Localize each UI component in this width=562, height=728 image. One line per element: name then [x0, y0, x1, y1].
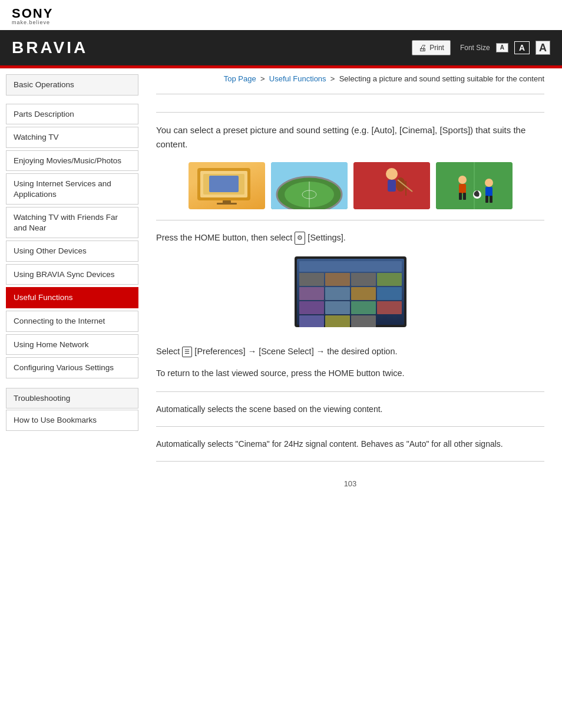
intro-text: You can select a preset picture and soun… [156, 123, 544, 151]
svg-rect-26 [485, 187, 492, 196]
soccer-image [436, 162, 513, 209]
svg-point-20 [458, 176, 467, 184]
sidebar-item-parts-description[interactable]: Parts Description [6, 104, 138, 125]
step1-text: Press the HOME button, then select ⚙ [Se… [156, 231, 544, 245]
sidebar-item-configuring-settings[interactable]: Configuring Various Settings [6, 357, 138, 378]
svg-rect-23 [463, 193, 466, 200]
svg-point-13 [386, 168, 398, 180]
sidebar-item-using-internet[interactable]: Using Internet Services and Applications [6, 173, 138, 205]
step3-text: To return to the last viewed source, pre… [156, 367, 544, 380]
auto-section: Automatically selects the scene based on… [156, 403, 544, 416]
stadium-image [271, 162, 348, 209]
settings-icon: ⚙ [295, 232, 305, 245]
sidebar-item-basic-operations[interactable]: Basic Operations [6, 74, 138, 95]
sidebar-item-useful-functions[interactable]: Useful Functions [6, 287, 138, 308]
divider-6 [156, 461, 544, 462]
svg-rect-22 [459, 193, 462, 200]
svg-rect-27 [485, 196, 488, 203]
breadcrumb-current: Selecting a picture and sound setting su… [339, 74, 544, 83]
sidebar-item-enjoying-movies[interactable]: Enjoying Movies/Music/Photos [6, 150, 138, 172]
preferences-icon: ☰ [182, 347, 192, 357]
svg-rect-14 [388, 180, 396, 192]
divider-2 [156, 112, 544, 113]
sidebar-item-watching-tv-friends[interactable]: Watching TV with Friends Far and Near [6, 207, 138, 238]
toolbar-right: 🖨 Print Font Size A A A [412, 40, 550, 55]
bravia-title: BRAVIA [12, 38, 412, 57]
svg-rect-16 [405, 181, 406, 196]
svg-point-25 [485, 179, 493, 187]
sidebar: Basic Operations Parts Description Watch… [0, 68, 144, 439]
sidebar-item-using-other-devices[interactable]: Using Other Devices [6, 241, 138, 262]
font-size-label: Font Size [460, 44, 490, 52]
svg-rect-28 [490, 196, 492, 203]
page-number: 103 [156, 479, 544, 500]
auto-desc: Automatically selects the scene based on… [156, 404, 382, 414]
cinema-image [189, 162, 265, 209]
cinema-desc: Automatically selects "Cinema" for 24Hz … [156, 439, 503, 449]
top-header: SONY make.believe [0, 0, 562, 30]
svg-rect-3 [209, 176, 239, 192]
main-content: Top Page > Useful Functions > Selecting … [144, 68, 562, 518]
divider-1 [156, 94, 544, 94]
sony-text: SONY [12, 7, 550, 20]
sony-logo: SONY make.believe [12, 7, 550, 25]
sidebar-item-connecting-internet[interactable]: Connecting to the Internet [6, 311, 138, 332]
divider-4 [156, 391, 544, 392]
images-grid [156, 162, 544, 209]
step2-text: Select ☰ [Preferences] → [Scene Select] … [156, 345, 544, 358]
main-layout: Basic Operations Parts Description Watch… [0, 68, 562, 518]
sony-tagline: make.believe [12, 20, 550, 25]
sidebar-item-troubleshooting[interactable]: Troubleshooting [6, 388, 138, 409]
cinema-section: Automatically selects "Cinema" for 24Hz … [156, 437, 544, 450]
print-label: Print [429, 44, 444, 52]
sidebar-item-how-to-use-bookmarks[interactable]: How to Use Bookmarks [6, 410, 138, 431]
breadcrumb: Top Page > Useful Functions > Selecting … [156, 74, 544, 83]
print-icon: 🖨 [418, 43, 427, 52]
bravia-bar: BRAVIA 🖨 Print Font Size A A A [0, 30, 562, 65]
sidebar-item-using-home-network[interactable]: Using Home Network [6, 334, 138, 355]
tv-screenshot [295, 256, 406, 327]
svg-rect-5 [217, 203, 237, 205]
font-medium-button[interactable]: A [514, 41, 530, 54]
sidebar-item-watching-tv[interactable]: Watching TV [6, 127, 138, 148]
music-image [353, 162, 430, 209]
divider-5 [156, 426, 544, 427]
sidebar-item-using-bravia-sync[interactable]: Using BRAVIA Sync Devices [6, 264, 138, 285]
breadcrumb-top-page[interactable]: Top Page [224, 74, 256, 83]
divider-3 [156, 220, 544, 220]
font-large-button[interactable]: A [535, 41, 550, 55]
svg-rect-21 [459, 184, 466, 193]
print-button[interactable]: 🖨 Print [412, 40, 451, 55]
font-small-button[interactable]: A [496, 43, 508, 52]
breadcrumb-useful-functions[interactable]: Useful Functions [269, 74, 326, 83]
